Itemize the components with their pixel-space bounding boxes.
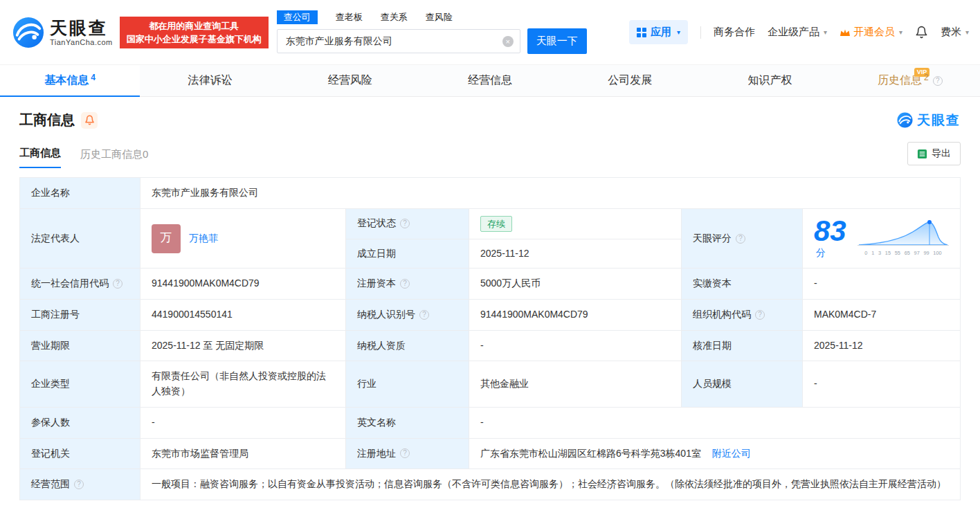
tab-label: 法律诉讼 (188, 73, 232, 88)
help-icon[interactable]: ? (400, 219, 410, 228)
nearby-companies-link[interactable]: 附近公司 (712, 448, 751, 459)
search-button[interactable]: 天眼一下 (527, 28, 587, 54)
value-credit-code: 91441900MAK0M4CD79 (140, 268, 346, 300)
table-row: 参保人数 - 英文名称 - (20, 407, 961, 438)
table-row: 企业类型 有限责任公司（非自然人投资或控股的法人独资） 行业 其他金融业 人员规… (20, 361, 961, 407)
enterprise-products-menu[interactable]: 企业级产品 ▾ (768, 26, 827, 39)
tab-label: 知识产权 (748, 73, 792, 88)
tab-label: 经营风险 (328, 73, 372, 88)
search-tab-company[interactable]: 查公司 (277, 10, 318, 24)
subtab-history-business-info[interactable]: 历史工商信息0 (80, 148, 148, 168)
legal-representative-link[interactable]: 万艳菲 (189, 231, 218, 246)
main-content: 工商信息 天眼查 工商信息 历史工商信息0 (0, 111, 980, 500)
search-tab-boss[interactable]: 查老板 (336, 11, 363, 24)
value-business-scope: 一般项目：融资咨询服务；以自有资金从事投资活动；信息咨询服务（不含许可类信息咨询… (140, 469, 961, 500)
label-establish-date: 成立日期 (346, 239, 469, 268)
tab-basic-info[interactable]: 基本信息 4 (0, 65, 140, 96)
label-paid-capital: 实缴资本 (682, 268, 803, 300)
enterprise-products-label: 企业级产品 (768, 26, 819, 39)
label-company-name: 企业名称 (20, 178, 140, 209)
tab-operating-risk[interactable]: 经营风险 (280, 65, 420, 96)
help-icon[interactable]: ? (400, 279, 410, 289)
user-menu[interactable]: 费米 ▾ (941, 26, 969, 39)
brand-domain: TianYanCha.com (50, 38, 113, 46)
page-title: 工商信息 (19, 111, 75, 129)
search-row: × 天眼一下 (277, 28, 587, 54)
brand-text: 天眼查 TianYanCha.com (50, 18, 113, 46)
label-company-type: 企业类型 (20, 361, 140, 407)
subtab-bar: 工商信息 历史工商信息0 导出 (19, 142, 961, 168)
clear-input-icon[interactable]: × (502, 36, 514, 47)
user-name: 费米 (941, 26, 961, 39)
export-label: 导出 (932, 147, 951, 160)
label-english-name: 英文名称 (346, 407, 469, 438)
status-badge: 存续 (480, 216, 512, 232)
table-row: 统一社会信用代码? 91441900MAK0M4CD79 注册资本? 5000万… (20, 268, 961, 300)
label-credit-code: 统一社会信用代码? (20, 268, 140, 300)
tab-operating-info[interactable]: 经营信息 (420, 65, 560, 96)
value-registered-capital: 5000万人民币 (469, 268, 682, 300)
help-icon[interactable]: ? (419, 310, 429, 320)
label-organization-code: 组织机构代码? (682, 300, 803, 331)
crown-icon (840, 28, 851, 37)
label-tianyan-score: 天眼评分? (682, 208, 803, 268)
brand-slogan: 都在用的商业查询工具 国家中小企业发展子基金旗下机构 (120, 17, 269, 48)
value-legal-representative: 万 万艳菲 (140, 208, 346, 268)
tab-intellectual-property[interactable]: 知识产权 (700, 65, 840, 96)
avatar[interactable]: 万 (152, 224, 181, 253)
subtab-business-info[interactable]: 工商信息 (19, 147, 61, 168)
notifications-bell-icon[interactable] (915, 26, 928, 39)
help-icon[interactable]: ? (74, 480, 84, 489)
help-icon[interactable]: ? (736, 234, 745, 244)
vip-upgrade-menu[interactable]: 开通会员 ▾ (840, 26, 902, 39)
value-registration-number: 441900014550141 (140, 300, 346, 331)
value-company-type: 有限责任公司（非自然人投资或控股的法人独资） (140, 361, 346, 407)
label-industry: 行业 (346, 361, 469, 407)
chevron-down-icon: ▾ (824, 28, 827, 36)
help-icon[interactable]: ? (113, 279, 122, 289)
tab-history-info[interactable]: VIP 历史信息 2 ? (840, 65, 980, 96)
slogan-line1: 都在用的商业查询工具 (127, 19, 262, 33)
tab-legal-proceedings[interactable]: 法律诉讼 (140, 65, 280, 96)
label-business-scope: 经营范围? (20, 469, 140, 500)
label-registration-status: 登记状态? (346, 208, 469, 239)
search-tab-relation[interactable]: 查关系 (381, 11, 408, 24)
vip-label: 开通会员 (853, 26, 895, 39)
value-paid-capital: - (803, 268, 961, 300)
brand-logo[interactable]: 天眼查 TianYanCha.com (12, 17, 113, 48)
table-row: 营业期限 2025-11-12 至 无固定期限 纳税人资质 - 核准日期 202… (20, 330, 961, 361)
tab-count-badge: 4 (91, 73, 96, 82)
help-icon[interactable]: ? (933, 76, 943, 86)
subscribe-bell-icon[interactable] (81, 112, 98, 129)
value-industry: 其他金融业 (469, 361, 682, 407)
score-number-wrap: 83分 (814, 217, 858, 261)
chevron-down-icon: ▾ (899, 28, 902, 36)
tab-company-development[interactable]: 公司发展 (560, 65, 700, 96)
apps-menu-button[interactable]: 应用 ▾ (629, 20, 688, 44)
help-icon[interactable]: ? (400, 448, 410, 458)
value-approval-date: 2025-11-12 (803, 330, 961, 361)
label-approval-date: 核准日期 (682, 330, 803, 361)
value-staff-size: - (803, 361, 961, 407)
label-registered-capital: 注册资本? (346, 268, 469, 300)
search-tab-risk[interactable]: 查风险 (426, 11, 453, 24)
brand-name: 天眼查 (50, 18, 113, 37)
score-axis-ticks: 0 1 3 15 55 65 97 99 100 (861, 250, 945, 257)
tianyancha-logo-icon (897, 112, 913, 128)
score-number: 83 (814, 215, 846, 247)
label-registration-number: 工商注册号 (20, 300, 140, 331)
label-staff-size: 人员规模 (682, 361, 803, 407)
watermark-logo: 天眼查 (897, 111, 961, 129)
grid-icon (637, 28, 646, 37)
search-input[interactable] (277, 29, 520, 53)
score-distribution-chart: 0 1 3 15 55 65 97 99 100 (858, 219, 949, 257)
business-cooperation-link[interactable]: 商务合作 (714, 26, 755, 39)
header-menu: 应用 ▾ 商务合作 企业级产品 ▾ 开通会员 ▾ 费米 ▾ (629, 20, 969, 44)
export-excel-icon (917, 149, 927, 159)
help-icon[interactable]: ? (755, 310, 765, 320)
search-tabs: 查公司 查老板 查关系 查风险 (277, 10, 587, 24)
watermark-text: 天眼查 (917, 111, 961, 129)
tianyancha-logo-icon (12, 17, 44, 48)
label-taxpayer-id: 纳税人识别号? (346, 300, 469, 331)
export-button[interactable]: 导出 (907, 142, 961, 165)
